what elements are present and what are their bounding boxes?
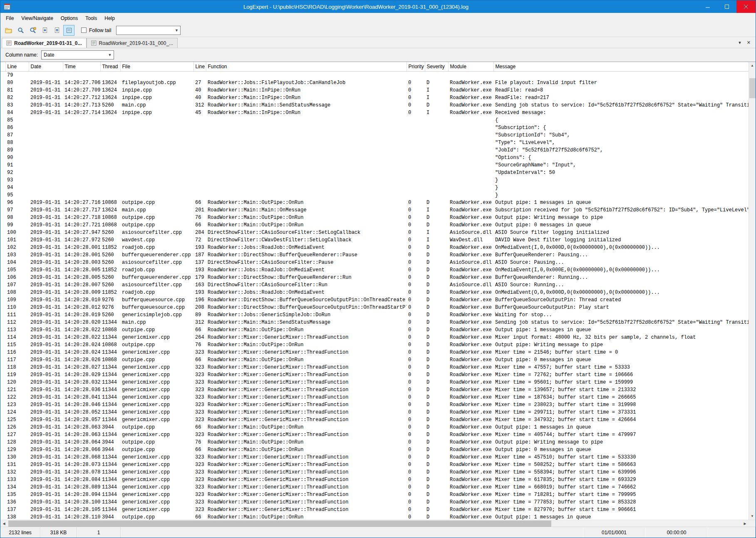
- tab-list-dropdown-icon[interactable]: ▾: [739, 40, 741, 45]
- scroll-down-button[interactable]: ▼: [749, 513, 756, 520]
- horizontal-scroll-track[interactable]: [7, 520, 741, 527]
- table-row[interactable]: 1272019-01-3114:20:28.06311344genericmix…: [0, 431, 749, 439]
- column-header-function-7[interactable]: Function: [206, 62, 407, 71]
- table-row[interactable]: 89"JobId": "5c52f61b7f27f52d8c6f6752",: [0, 146, 749, 154]
- table-row[interactable]: 992019-01-3114:20:27.72110868outpipe.cpp…: [0, 221, 749, 229]
- table-row[interactable]: 1002019-01-3114:20:27.9475260asiosourcef…: [0, 229, 749, 236]
- scroll-up-button[interactable]: ▲: [749, 62, 756, 69]
- table-row[interactable]: 1242019-01-3114:20:28.05211344genericmix…: [0, 409, 749, 416]
- open-file-button[interactable]: [3, 25, 14, 36]
- table-row[interactable]: 1062019-01-3114:20:28.0055260bufferqueue…: [0, 274, 749, 281]
- tab-roadworker-log-2[interactable]: RoadWorker_2019-01-31_000_...: [87, 38, 178, 48]
- vertical-scroll-track[interactable]: [749, 69, 756, 513]
- table-row[interactable]: 1042019-01-3114:20:28.0035260asiosourcef…: [0, 259, 749, 266]
- table-row[interactable]: 91"SourceGraphName": "Input",: [0, 161, 749, 169]
- table-row[interactable]: 1252019-01-3114:20:28.05711344genericmix…: [0, 416, 749, 424]
- minimize-button[interactable]: [698, 0, 717, 13]
- table-row[interactable]: 1372019-01-3114:20:28.10511344genericmix…: [0, 506, 749, 513]
- table-row[interactable]: 812019-01-3114:20:27.70913624inpipe.cpp4…: [0, 87, 749, 94]
- horizontal-scrollbar[interactable]: ◀ ▶: [0, 520, 756, 527]
- table-row[interactable]: 822019-01-3114:20:27.71213624inpipe.cpp4…: [0, 94, 749, 102]
- table-row[interactable]: 1142019-01-3114:20:28.02211344genericmix…: [0, 334, 749, 341]
- table-row[interactable]: 1012019-01-3114:20:27.9725260wavdest.cpp…: [0, 236, 749, 244]
- table-row[interactable]: 1052019-01-3114:20:28.00511852roadjob.cp…: [0, 266, 749, 274]
- vertical-scrollbar[interactable]: ▲ ▼: [749, 62, 756, 520]
- tab-close-icon[interactable]: ✕: [747, 40, 751, 45]
- table-row[interactable]: 1162019-01-3114:20:28.02411344genericmix…: [0, 349, 749, 356]
- table-row[interactable]: 92"UpdateInterval": 50: [0, 169, 749, 176]
- table-row[interactable]: 802019-01-3114:20:27.70613624fileplayout…: [0, 79, 749, 87]
- table-row[interactable]: 1132019-01-3114:20:28.02210868outpipe.cp…: [0, 326, 749, 334]
- search-button[interactable]: [15, 25, 26, 36]
- table-row[interactable]: 90"Options": {: [0, 154, 749, 161]
- table-row[interactable]: 85{: [0, 117, 749, 124]
- toolbar-search-combo[interactable]: ▼: [116, 26, 181, 35]
- column-header-thread-4[interactable]: Thread: [100, 62, 120, 71]
- table-row[interactable]: 1152019-01-3114:20:28.02410868outpipe.cp…: [0, 341, 749, 349]
- column-header-module-10[interactable]: Module: [448, 62, 493, 71]
- table-row[interactable]: 95}: [0, 191, 749, 199]
- vertical-scroll-thumb[interactable]: [749, 78, 756, 98]
- scroll-left-button[interactable]: ◀: [0, 520, 7, 527]
- goto-next-bookmark-button[interactable]: [39, 25, 50, 36]
- table-row[interactable]: 1302019-01-3114:20:28.06811344genericmix…: [0, 454, 749, 461]
- table-row[interactable]: 972019-01-3114:20:27.71713624main.cpp201…: [0, 206, 749, 214]
- table-row[interactable]: 94}: [0, 184, 749, 191]
- column-header-time-3[interactable]: Time: [63, 62, 100, 71]
- table-row[interactable]: 1122019-01-3114:20:28.02011344main.cpp31…: [0, 319, 749, 326]
- table-row[interactable]: 1172019-01-3114:20:28.02610868outpipe.cp…: [0, 356, 749, 364]
- bookmark-toggle-button[interactable]: [63, 25, 74, 36]
- table-row[interactable]: 1332019-01-3114:20:28.08411344genericmix…: [0, 476, 749, 483]
- table-row[interactable]: 1072019-01-3114:20:28.0075260asiosourcef…: [0, 281, 749, 289]
- table-row[interactable]: 962019-01-3114:20:27.71610868outpipe.cpp…: [0, 199, 749, 206]
- horizontal-scroll-thumb[interactable]: [8, 521, 551, 527]
- column-header-priority-8[interactable]: Priority: [407, 62, 425, 71]
- column-name-select[interactable]: Date ▼: [41, 50, 114, 60]
- table-row[interactable]: 1212019-01-3114:20:28.03611344genericmix…: [0, 386, 749, 394]
- table-row[interactable]: 1032019-01-3114:20:28.0015260bufferqueue…: [0, 251, 749, 259]
- maximize-button[interactable]: [717, 0, 736, 13]
- table-row[interactable]: 1082019-01-3114:20:28.00911852roadjob.cp…: [0, 289, 749, 296]
- column-header-line-1[interactable]: Line: [5, 62, 29, 71]
- menu-item-file[interactable]: File: [2, 13, 17, 23]
- tab-roadworker-log-1[interactable]: RoadWorker_2019-01-31_0...: [2, 38, 87, 48]
- menu-item-view-navigate[interactable]: View/Navigate: [17, 13, 57, 23]
- table-row[interactable]: 1262019-01-3114:20:28.0633944outpipe.cpp…: [0, 424, 749, 431]
- table-row[interactable]: 1192019-01-3114:20:28.02911344genericmix…: [0, 371, 749, 379]
- goto-prev-bookmark-button[interactable]: [51, 25, 62, 36]
- column-header-message-11[interactable]: Message: [493, 62, 749, 71]
- table-row[interactable]: 1202019-01-3114:20:28.03211344genericmix…: [0, 379, 749, 386]
- table-row[interactable]: 1292019-01-3114:20:28.0663944outpipe.cpp…: [0, 446, 749, 454]
- table-row[interactable]: 88"Type": "LiveLevel",: [0, 139, 749, 146]
- table-row[interactable]: 87"SubscriptionId": "Sub4",: [0, 131, 749, 139]
- column-header-date-2[interactable]: Date: [29, 62, 63, 71]
- table-row[interactable]: 79: [0, 71, 749, 79]
- table-row[interactable]: 1352019-01-3114:20:28.09411344genericmix…: [0, 491, 749, 498]
- scroll-right-button[interactable]: ▶: [741, 520, 749, 527]
- table-row[interactable]: 1222019-01-3114:20:28.04111344genericmix…: [0, 394, 749, 401]
- table-row[interactable]: 1092019-01-3114:20:28.0109276bufferqueue…: [0, 296, 749, 304]
- table-row[interactable]: 1112019-01-3114:20:28.0195260genericsimp…: [0, 311, 749, 319]
- table-row[interactable]: 1342019-01-3114:20:28.08911344genericmix…: [0, 483, 749, 491]
- menu-item-tools[interactable]: Tools: [82, 13, 101, 23]
- table-row[interactable]: 1282019-01-3114:20:28.0643944outpipe.cpp…: [0, 439, 749, 446]
- column-header-severity-9[interactable]: Severity: [425, 62, 448, 71]
- search-dialog-button[interactable]: [27, 25, 38, 36]
- table-row[interactable]: 1022019-01-3114:20:28.00111852roadjob.cp…: [0, 244, 749, 251]
- table-row[interactable]: 1182019-01-3114:20:28.02711344genericmix…: [0, 364, 749, 371]
- follow-tail-checkbox[interactable]: [81, 27, 87, 33]
- table-row[interactable]: 832019-01-3114:20:27.7135260main.cpp312R…: [0, 102, 749, 109]
- table-row[interactable]: 842019-01-3114:20:27.71413624inpipe.cpp4…: [0, 109, 749, 117]
- menu-item-options[interactable]: Options: [57, 13, 82, 23]
- table-row[interactable]: 1362019-01-3114:20:28.10011344genericmix…: [0, 498, 749, 506]
- table-row[interactable]: 86"Subscription": {: [0, 124, 749, 131]
- table-row[interactable]: 982019-01-3114:20:27.71810868outpipe.cpp…: [0, 214, 749, 221]
- table-row[interactable]: 1102019-01-3114:20:28.0129276bufferqueue…: [0, 304, 749, 311]
- table-row[interactable]: 1382019-01-3114:20:28.1103944outpipe.cpp…: [0, 513, 749, 520]
- table-row[interactable]: 1322019-01-3114:20:28.07811344genericmix…: [0, 469, 749, 476]
- table-row[interactable]: 93}: [0, 176, 749, 184]
- table-row[interactable]: 1312019-01-3114:20:28.07311344genericmix…: [0, 461, 749, 469]
- close-button[interactable]: [736, 0, 756, 13]
- table-row[interactable]: 1232019-01-3114:20:28.04611344genericmix…: [0, 401, 749, 409]
- column-header-file-5[interactable]: File: [120, 62, 193, 71]
